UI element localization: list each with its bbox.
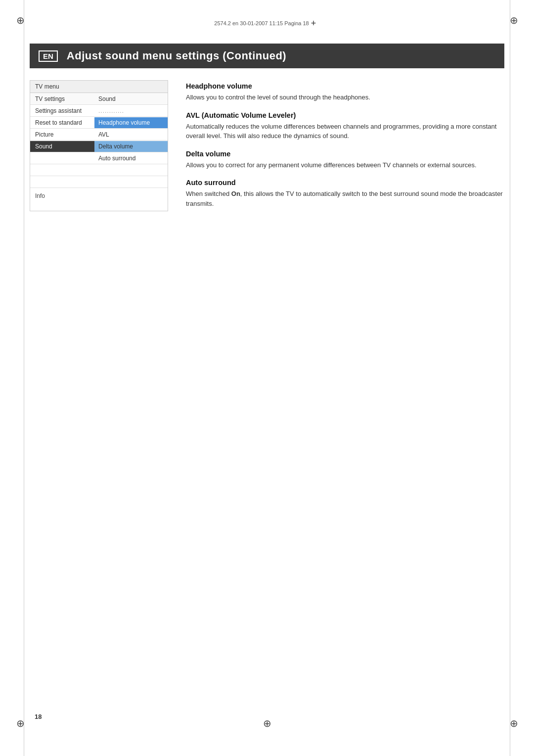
info-row: Info (30, 190, 168, 202)
side-line-right (510, 0, 510, 756)
section-body-headphone: Allows you to control the level of sound… (186, 93, 504, 102)
menu-right-headphone: Headphone volume (94, 117, 168, 128)
menu-left-settings-assistant: Settings assistant (30, 105, 94, 116)
menu-right-delta: Delta volume (94, 141, 168, 152)
section-title-auto-surround: Auto surround (186, 179, 504, 187)
page-number: 18 (35, 713, 42, 720)
en-badge: EN (39, 50, 58, 62)
menu-row-sound[interactable]: Sound Delta volume (30, 141, 168, 152)
side-line-left (24, 0, 24, 756)
section-title-headphone: Headphone volume (186, 82, 504, 90)
menu-row-auto-surround[interactable]: Auto surround (30, 152, 168, 164)
menu-left-sound: Sound (30, 141, 94, 152)
tv-settings-row: TV settings Sound (30, 93, 168, 105)
descriptions-panel: Headphone volume Allows you to control t… (186, 80, 504, 211)
main-content: TV menu TV settings Sound Settings assis… (30, 80, 504, 211)
menu-right-settings-assistant: ............ (94, 105, 168, 116)
tv-menu-panel: TV menu TV settings Sound Settings assis… (30, 80, 168, 211)
section-body-auto-surround: When switched On, this allows the TV to … (186, 189, 504, 208)
section-body-avl: Automatically reduces the volume differe… (186, 122, 504, 141)
tv-menu-header: TV menu (30, 81, 168, 93)
page-title: Adjust sound menu settings (Continued) (67, 49, 286, 62)
tv-settings-label: TV settings (30, 94, 94, 104)
crosshair-top-right-icon: ⊕ (508, 15, 519, 26)
meta-text: 2574.2 en 30-01-2007 11:15 Pagina 18 (214, 20, 309, 26)
crosshair-icon (311, 19, 320, 28)
menu-row-empty-2 (30, 176, 168, 188)
menu-right-avl: AVL (94, 129, 168, 140)
meta-line: 2574.2 en 30-01-2007 11:15 Pagina 18 (214, 19, 319, 28)
dotted-separator: ............ (98, 107, 124, 114)
menu-row-reset[interactable]: Reset to standard Headphone volume (30, 117, 168, 129)
tv-settings-value: Sound (94, 94, 168, 104)
menu-row-picture[interactable]: Picture AVL (30, 129, 168, 141)
menu-left-empty (30, 156, 94, 160)
menu-left-reset: Reset to standard (30, 117, 94, 128)
crosshair-bottom-left-icon: ⊕ (15, 718, 26, 729)
title-banner: EN Adjust sound menu settings (Continued… (30, 44, 504, 68)
menu-row-empty-1 (30, 164, 168, 176)
crosshair-bottom-right-icon: ⊕ (508, 718, 519, 729)
menu-right-auto-surround: Auto surround (94, 153, 168, 164)
crosshair-top-left-icon: ⊕ (15, 15, 26, 26)
menu-row-settings-assistant[interactable]: Settings assistant ............ (30, 105, 168, 117)
crosshair-bottom-center-icon: ⊕ (262, 718, 272, 729)
section-body-delta: Allows you to correct for any permanent … (186, 160, 504, 170)
section-title-avl: AVL (Automatic Volume Leveler) (186, 111, 504, 119)
menu-left-picture: Picture (30, 129, 94, 140)
section-title-delta: Delta volume (186, 150, 504, 158)
